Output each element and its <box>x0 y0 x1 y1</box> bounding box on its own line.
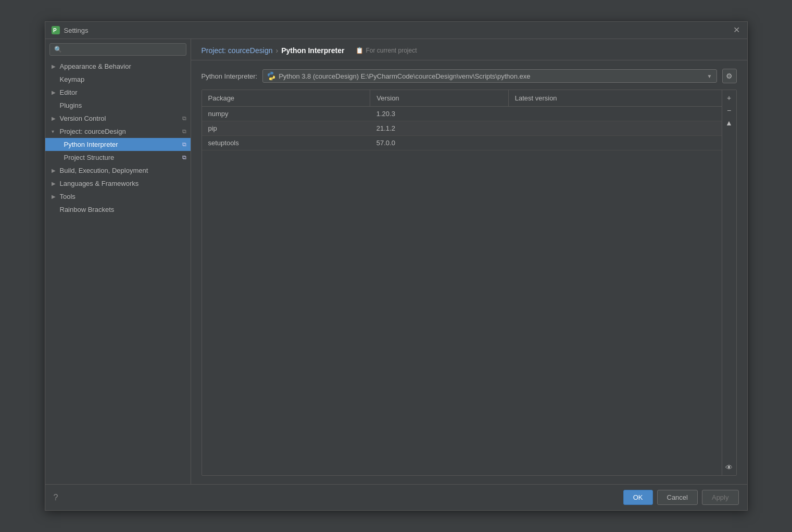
footer: ? OK Cancel Apply <box>45 484 747 510</box>
sidebar-item-label: Editor <box>60 88 78 96</box>
gear-button[interactable]: ⚙ <box>722 69 737 83</box>
cell-latest <box>508 121 721 136</box>
sidebar-item-label: Rainbow Brackets <box>60 206 115 213</box>
python-icon <box>267 72 275 80</box>
sidebar-item-label: Project Structure <box>64 154 115 161</box>
chevron-right-icon: ▶ <box>52 116 58 121</box>
cell-version: 57.0.0 <box>370 136 508 150</box>
cell-package: setuptools <box>202 136 370 150</box>
cancel-button[interactable]: Cancel <box>657 490 698 505</box>
col-package: Package <box>202 90 370 107</box>
sidebar-item-label: Plugins <box>60 102 82 109</box>
title-bar: P Settings ✕ <box>45 22 747 39</box>
panel-header: Project: courceDesign › Python Interpret… <box>191 39 747 60</box>
breadcrumb-separator: › <box>275 46 278 55</box>
search-box[interactable]: 🔍 <box>49 43 186 56</box>
sidebar-item-project-structure[interactable]: Project Structure ⧉ <box>45 151 191 164</box>
copy-icon: ⧉ <box>182 128 186 135</box>
breadcrumb-project: Project: courceDesign <box>202 46 273 55</box>
copy-icon: ⧉ <box>182 115 186 122</box>
chevron-down-icon: ▾ <box>52 129 58 134</box>
copy-icon: ⧉ <box>182 141 186 148</box>
chevron-right-icon: ▶ <box>52 181 58 186</box>
settings-dialog: P Settings ✕ 🔍 ▶ Appearance & Behavior K… <box>45 21 748 511</box>
interpreter-select[interactable]: Python 3.8 (courceDesign) E:\PyCharmCode… <box>262 69 716 83</box>
copy-icon: ⧉ <box>182 154 186 161</box>
sidebar-item-label: Project: courceDesign <box>60 128 126 135</box>
add-package-button[interactable]: + <box>723 92 735 104</box>
meta-icon: 📋 <box>356 47 363 54</box>
dialog-title: Settings <box>64 27 89 34</box>
table-row[interactable]: pip21.1.2 <box>202 121 722 136</box>
col-latest: Latest version <box>508 90 721 107</box>
sidebar-item-tools[interactable]: ▶ Tools <box>45 190 191 203</box>
meta-text: For current project <box>366 47 417 54</box>
sidebar-item-project[interactable]: ▾ Project: courceDesign ⧉ <box>45 125 191 138</box>
chevron-right-icon: ▶ <box>52 90 58 95</box>
interpreter-label: Python Interpreter: <box>202 72 258 80</box>
help-button[interactable]: ? <box>54 493 58 502</box>
interpreter-row: Python Interpreter: <box>202 69 737 83</box>
chevron-right-icon: ▶ <box>52 64 58 69</box>
dropdown-arrow-icon: ▼ <box>707 73 712 79</box>
sidebar-item-version-control[interactable]: ▶ Version Control ⧉ <box>45 112 191 125</box>
sidebar: 🔍 ▶ Appearance & Behavior Keymap ▶ Edito… <box>45 39 191 484</box>
sidebar-item-label: Tools <box>60 193 76 200</box>
up-button[interactable]: ▲ <box>723 117 735 129</box>
search-icon: 🔍 <box>54 46 62 53</box>
table-row[interactable]: setuptools57.0.0 <box>202 136 722 150</box>
sidebar-item-label: Version Control <box>60 115 106 122</box>
table-row[interactable]: numpy1.20.3 <box>202 107 722 121</box>
cell-latest <box>508 136 721 150</box>
table-actions: + − ▲ 👁 <box>722 90 736 475</box>
package-table: Package Version Latest version numpy1.20… <box>202 90 722 475</box>
chevron-right-icon: ▶ <box>52 194 58 199</box>
sidebar-item-languages[interactable]: ▶ Languages & Frameworks <box>45 177 191 190</box>
sidebar-item-plugins[interactable]: Plugins <box>45 99 191 112</box>
package-table-wrapper: Package Version Latest version numpy1.20… <box>202 90 737 476</box>
svg-text:P: P <box>53 28 57 33</box>
cell-latest <box>508 107 721 121</box>
sidebar-item-label: Languages & Frameworks <box>60 180 139 187</box>
interpreter-value: Python 3.8 (courceDesign) E:\PyCharmCode… <box>279 72 703 80</box>
sidebar-item-editor[interactable]: ▶ Editor <box>45 86 191 99</box>
right-panel: Project: courceDesign › Python Interpret… <box>191 39 747 484</box>
footer-buttons: OK Cancel Apply <box>623 490 739 505</box>
close-button[interactable]: ✕ <box>733 26 741 34</box>
sidebar-item-label: Keymap <box>60 75 85 83</box>
apply-button[interactable]: Apply <box>702 490 739 505</box>
title-bar-left: P Settings <box>52 26 89 34</box>
eye-button[interactable]: 👁 <box>723 462 735 473</box>
sidebar-item-keymap[interactable]: Keymap <box>45 73 191 86</box>
sidebar-item-label: Python Interpreter <box>64 141 118 148</box>
sidebar-item-label: Build, Execution, Deployment <box>60 167 148 174</box>
cell-version: 21.1.2 <box>370 121 508 136</box>
cell-package: numpy <box>202 107 370 121</box>
sidebar-item-appearance[interactable]: ▶ Appearance & Behavior <box>45 60 191 73</box>
col-version: Version <box>370 90 508 107</box>
ok-button[interactable]: OK <box>623 490 653 505</box>
cell-package: pip <box>202 121 370 136</box>
main-content: 🔍 ▶ Appearance & Behavior Keymap ▶ Edito… <box>45 39 747 484</box>
sidebar-item-build[interactable]: ▶ Build, Execution, Deployment <box>45 164 191 177</box>
sidebar-item-label: Appearance & Behavior <box>60 62 131 70</box>
breadcrumb-meta: 📋 For current project <box>356 47 417 54</box>
chevron-right-icon: ▶ <box>52 168 58 173</box>
sidebar-item-rainbow-brackets[interactable]: Rainbow Brackets <box>45 203 191 216</box>
breadcrumb-current: Python Interpreter <box>281 46 344 55</box>
remove-package-button[interactable]: − <box>723 105 735 116</box>
panel-body: Python Interpreter: <box>191 60 747 484</box>
cell-version: 1.20.3 <box>370 107 508 121</box>
search-input[interactable] <box>65 46 182 53</box>
app-icon: P <box>52 26 60 34</box>
sidebar-item-python-interpreter[interactable]: Python Interpreter ⧉ <box>45 138 191 151</box>
